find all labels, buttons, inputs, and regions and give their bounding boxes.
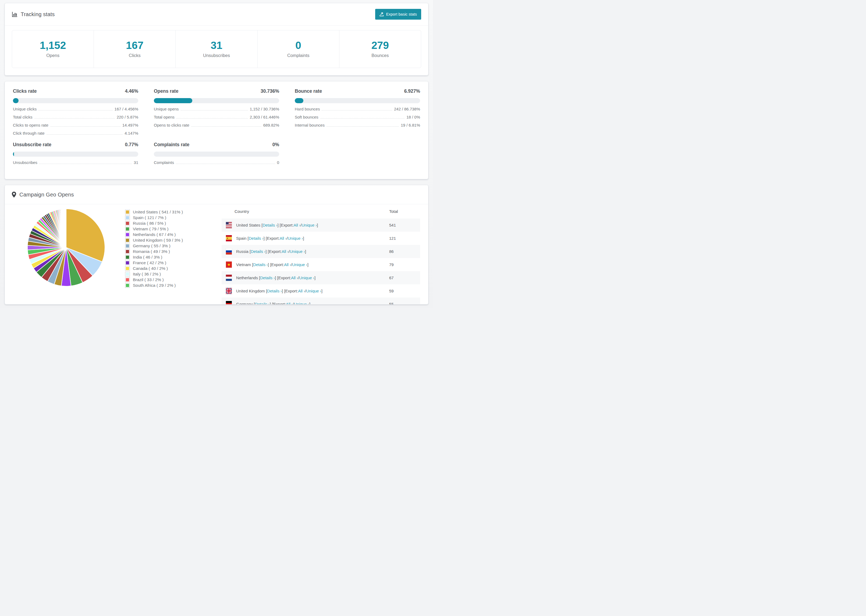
rate-section-bounce-rate: Bounce rate6.927%Hard bounces242 / 86.73… <box>295 88 420 135</box>
rate-row-soft-bounces: Soft bounces18 / 0% <box>295 114 420 119</box>
rates-card: Clicks rate4.46%Unique clicks167 / 4.456… <box>5 81 428 179</box>
country-name: Spain [ <box>236 236 249 240</box>
rate-row-label: Total clicks <box>13 115 33 119</box>
legend-swatch <box>125 232 130 237</box>
dotted-leader <box>326 126 399 127</box>
tracking-stats-card: Tracking stats Export basic stats 1,152O… <box>5 3 428 75</box>
export-unique-link[interactable]: Unique › <box>294 302 309 305</box>
geo-table-header: Country Total <box>222 204 420 218</box>
rate-row-unique-clicks: Unique clicks167 / 4.456% <box>13 106 138 111</box>
export-all-link[interactable]: All › <box>280 236 287 240</box>
vn-flag-icon <box>226 261 232 268</box>
legend-item-brazil: Brazil ( 33 / 2% ) <box>125 277 183 283</box>
summary-stats-row: 1,152Opens167Clicks31Unsubscribes0Compla… <box>12 30 421 68</box>
export-basic-stats-button[interactable]: Export basic stats <box>375 9 421 20</box>
legend-item-france: France ( 42 / 2% ) <box>125 260 183 266</box>
summary-stat-unsubscribes: 31Unsubscribes <box>175 30 257 68</box>
details-link[interactable]: Details › <box>251 249 265 254</box>
export-unique-link[interactable]: Unique › <box>292 262 307 267</box>
export-all-link[interactable]: All › <box>293 223 301 227</box>
rate-row-label: Unique clicks <box>13 107 36 111</box>
rate-row-unsubscribes: Unsubscribes31 <box>13 159 138 165</box>
country-name: Russia [ <box>236 249 251 254</box>
export-unique-link[interactable]: Unique › <box>301 223 317 227</box>
legend-item-italy: Italy ( 36 / 2% ) <box>125 271 183 277</box>
rate-row-value: 167 / 4.456% <box>115 107 138 111</box>
rate-row-label: Internal bounces <box>295 123 324 127</box>
stat-label: Bounces <box>372 53 389 58</box>
details-link[interactable]: Details › <box>255 302 270 305</box>
export-label: ] [Export: <box>265 249 282 254</box>
rate-row-label: Opens to clicks rate <box>154 123 189 127</box>
rate-row-value: 31 <box>134 160 138 165</box>
legend-swatch <box>125 221 130 226</box>
export-all-link[interactable]: All › <box>286 302 293 305</box>
export-unique-link[interactable]: Unique › <box>299 275 314 280</box>
map-pin-icon <box>12 192 16 198</box>
rate-progress-fill <box>13 152 14 157</box>
legend-item-germany: Germany ( 55 / 3% ) <box>125 243 183 248</box>
legend-label: South Africa ( 29 / 2% ) <box>133 283 176 288</box>
legend-item-spain: Spain ( 121 / 7% ) <box>125 215 183 220</box>
geo-row-total: 59 <box>389 289 420 293</box>
campaign-geo-opens-card: Campaign Geo Opens United States ( 541 /… <box>5 185 428 305</box>
geo-table: Country Total United States [Details ›] … <box>222 204 420 305</box>
stat-value: 1,152 <box>40 40 66 50</box>
legend-swatch <box>125 266 130 271</box>
summary-stat-complaints: 0Complaints <box>257 30 339 68</box>
export-label: ] [Export: <box>282 289 298 293</box>
rates-grid: Clicks rate4.46%Unique clicks167 / 4.456… <box>5 82 428 173</box>
rate-title: Unsubscribe rate <box>13 142 51 148</box>
stat-label: Opens <box>46 53 60 58</box>
legend-label: Canada ( 40 / 2% ) <box>133 266 168 271</box>
rate-progress-fill <box>154 98 192 103</box>
export-all-link[interactable]: All › <box>282 249 288 254</box>
rate-value: 30.736% <box>261 88 279 94</box>
legend-item-romania: Romania ( 49 / 3% ) <box>125 248 183 254</box>
legend-item-netherlands: Netherlands ( 67 / 4% ) <box>125 232 183 237</box>
geo-pie-chart[interactable] <box>26 207 107 288</box>
rate-row-complaints: Complaints0 <box>154 159 279 165</box>
rate-progress-fill <box>13 98 19 103</box>
rate-section-complaints-rate: Complaints rate0%Complaints0 <box>154 142 279 165</box>
rate-value: 6.927% <box>404 88 420 94</box>
geo-row-total: 67 <box>389 275 420 280</box>
geo-title: Campaign Geo Opens <box>19 192 74 198</box>
rate-row-total-clicks: Total clicks220 / 5.87% <box>13 114 138 119</box>
geo-body: United States ( 541 / 31% )Spain ( 121 /… <box>5 204 428 304</box>
legend-label: France ( 42 / 2% ) <box>133 261 166 265</box>
export-unique-link[interactable]: Unique › <box>288 236 303 240</box>
geo-row-united-kingdom: United Kingdom [Details ›] [Export: All … <box>222 284 420 297</box>
details-link[interactable]: Details › <box>249 236 264 240</box>
legend-label: Germany ( 55 / 3% ) <box>133 244 170 248</box>
closing-bracket: ] <box>317 223 318 227</box>
legend-label: Netherlands ( 67 / 4% ) <box>133 232 176 237</box>
rate-title: Clicks rate <box>13 88 37 94</box>
export-unique-link[interactable]: Unique › <box>306 289 321 293</box>
summary-stat-bounces: 279Bounces <box>339 30 421 68</box>
details-link[interactable]: Details › <box>267 289 282 293</box>
rate-row-clicks-to-opens-rate: Clicks to opens rate14.497% <box>13 122 138 127</box>
rate-row-total-opens: Total opens2,303 / 61.446% <box>154 114 279 119</box>
export-unique-link[interactable]: Unique › <box>290 249 305 254</box>
stat-label: Clicks <box>129 53 141 58</box>
export-all-link[interactable]: All › <box>298 289 305 293</box>
country-name: United Kingdom [ <box>236 289 267 293</box>
legend-swatch <box>125 261 130 265</box>
rate-row-label: Hard bounces <box>295 107 320 111</box>
details-link[interactable]: Details › <box>263 223 277 227</box>
legend-label: Russia ( 86 / 5% ) <box>133 221 166 226</box>
dotted-leader <box>47 134 123 135</box>
details-link[interactable]: Details › <box>260 275 275 280</box>
export-all-link[interactable]: All › <box>284 262 291 267</box>
de-flag-icon <box>226 301 232 305</box>
legend-item-united-states: United States ( 541 / 31% ) <box>125 209 183 215</box>
export-all-link[interactable]: All › <box>291 275 298 280</box>
details-link[interactable]: Details › <box>253 262 268 267</box>
geo-header: Campaign Geo Opens <box>5 185 428 204</box>
closing-bracket: ] <box>303 236 304 240</box>
rate-progress-bar <box>154 98 279 103</box>
geo-row-united-states: United States [Details ›] [Export: All ›… <box>222 218 420 232</box>
rate-progress-bar <box>13 152 138 157</box>
stat-value: 0 <box>295 40 301 50</box>
